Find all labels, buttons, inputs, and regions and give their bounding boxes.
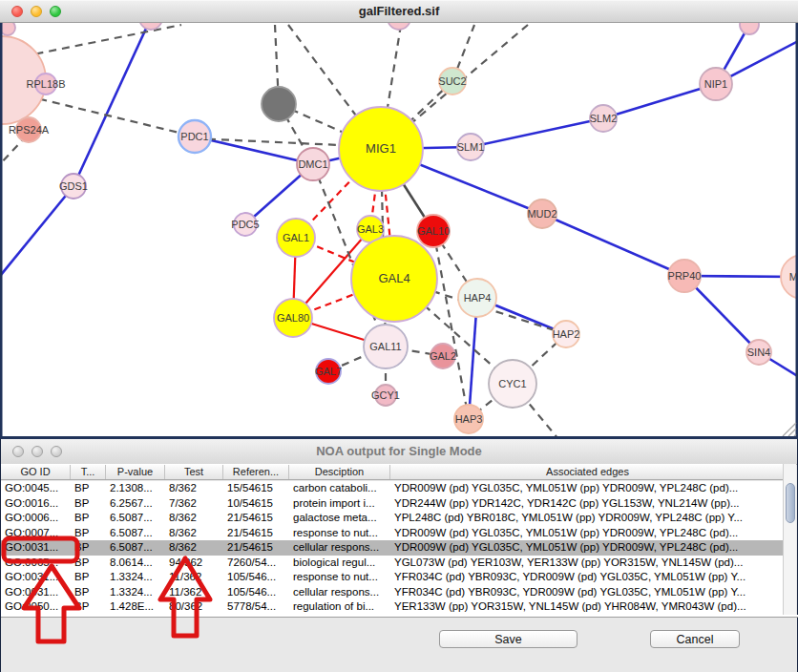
- column-header-desciption[interactable]: Desciption: [289, 465, 390, 479]
- table-cell[interactable]: YDR009W (pd) YGL035C, YML051W (pp) YDR00…: [390, 540, 786, 556]
- table-cell[interactable]: 1.3324...: [106, 585, 165, 600]
- table-cell[interactable]: 10/54615: [223, 496, 289, 512]
- table-cell[interactable]: 1.3324...: [106, 570, 165, 585]
- results-table-header: GO IDT...P-valueTestReferen...Desciption…: [1, 464, 786, 480]
- table-cell[interactable]: protein import i...: [289, 496, 390, 512]
- table-cell[interactable]: BP: [71, 540, 106, 556]
- table-cell[interactable]: BP: [71, 556, 106, 571]
- save-button[interactable]: Save: [439, 630, 578, 648]
- network-node-top-pink-4[interactable]: [740, 23, 759, 34]
- column-header-p-value[interactable]: P-value: [106, 465, 165, 479]
- table-cell[interactable]: carbon cataboli...: [289, 481, 390, 496]
- table-cell[interactable]: 80/362: [165, 599, 223, 615]
- table-cell[interactable]: YDR009W (pd) YGL035C, YML051W (pp) YDR00…: [390, 526, 786, 541]
- node-label-MIG1: MIG1: [366, 141, 396, 156]
- table-cell[interactable]: BP: [71, 585, 106, 600]
- table-cell[interactable]: YGL073W (pd) YER103W, YER133W (pp) YOR31…: [390, 556, 786, 571]
- table-cell[interactable]: response to nut...: [289, 526, 390, 541]
- table-cell[interactable]: YDR009W (pd) YGL035C, YML051W (pp) YDR00…: [390, 481, 786, 496]
- column-header-t-[interactable]: T...: [71, 465, 106, 479]
- resize-grip-icon[interactable]: [783, 423, 796, 436]
- node-label-GAL1: GAL1: [283, 232, 309, 243]
- table-cell[interactable]: YDR244W (pp) YDR142C, YDR142C (pp) YGL15…: [390, 496, 786, 512]
- table-cell[interactable]: biological regul...: [289, 556, 390, 571]
- table-row[interactable]: GO:0016...BP6.2567...7/36210/54615protei…: [1, 496, 786, 512]
- table-cell[interactable]: 6.2567...: [106, 496, 165, 512]
- table-cell[interactable]: 105/546...: [223, 585, 289, 600]
- table-cell[interactable]: BP: [71, 481, 106, 496]
- table-cell[interactable]: 6.5087...: [106, 511, 165, 526]
- table-cell[interactable]: cellular respons...: [289, 585, 390, 600]
- network-window: galFiltered.sif RPL18BRPS24AGDS1PDC1DMC1…: [0, 0, 798, 435]
- table-cell[interactable]: BP: [71, 570, 106, 585]
- table-row[interactable]: GO:0031...BP1.3324...11/362105/546...cel…: [1, 585, 786, 600]
- table-cell[interactable]: regulation of bi...: [289, 599, 390, 615]
- network-edge-blue[interactable]: [603, 84, 716, 118]
- network-edge-blue[interactable]: [471, 118, 603, 147]
- table-cell[interactable]: YFR034C (pd) YBR093C, YDR009W (pd) YGL03…: [390, 585, 786, 600]
- node-label-MUD2: MUD2: [527, 208, 556, 220]
- table-cell[interactable]: 11/362: [165, 585, 223, 600]
- table-cell[interactable]: GO:0031...: [1, 570, 71, 585]
- table-cell[interactable]: 8/362: [165, 526, 223, 541]
- table-cell[interactable]: cellular respons...: [289, 540, 390, 556]
- network-edge-blue[interactable]: [74, 23, 151, 186]
- table-cell[interactable]: GO:0007...: [1, 526, 71, 541]
- table-cell[interactable]: GO:0031...: [1, 540, 71, 556]
- network-edge-blue[interactable]: [0, 186, 74, 281]
- table-cell[interactable]: YPL248C (pd) YBR018C, YML051W (pp) YDR00…: [390, 511, 786, 526]
- cancel-button[interactable]: Cancel: [650, 630, 740, 648]
- table-cell[interactable]: 6.5087...: [106, 540, 165, 556]
- table-cell[interactable]: 15/54615: [223, 481, 289, 496]
- table-cell[interactable]: BP: [71, 599, 106, 615]
- network-canvas[interactable]: RPL18BRPS24AGDS1PDC1DMC1MIG1PDC5GAL1GAL3…: [0, 23, 798, 436]
- table-row[interactable]: GO:0050...BP1.428E...80/3625778/54...reg…: [1, 599, 786, 615]
- column-header-test[interactable]: Test: [165, 465, 223, 479]
- table-cell[interactable]: 6.5087...: [106, 526, 165, 541]
- table-cell[interactable]: 11/362: [165, 570, 223, 585]
- table-row[interactable]: GO:0031...BP1.3324...11/362105/546...res…: [1, 570, 786, 585]
- table-cell[interactable]: GO:0016...: [1, 496, 71, 512]
- table-row[interactable]: GO:0031...BP6.5087...8/36221/54615cellul…: [1, 540, 786, 556]
- table-cell[interactable]: 5778/54...: [223, 599, 289, 615]
- table-cell[interactable]: 8/362: [165, 511, 223, 526]
- table-cell[interactable]: BP: [71, 526, 106, 541]
- table-cell[interactable]: 7260/54...: [223, 556, 289, 571]
- scrollbar-thumb[interactable]: [786, 483, 795, 523]
- table-cell[interactable]: 94/362: [165, 556, 223, 571]
- column-header-referen-[interactable]: Referen...: [223, 465, 289, 479]
- table-row[interactable]: GO:0007...BP6.5087...8/36221/54615respon…: [1, 526, 786, 541]
- table-cell[interactable]: 105/546...: [223, 570, 289, 585]
- column-header-go-id[interactable]: GO ID: [1, 465, 71, 479]
- table-cell[interactable]: GO:0031...: [1, 585, 71, 600]
- column-header-associated-edges[interactable]: Associated edges: [390, 465, 786, 479]
- table-cell[interactable]: galactose meta...: [289, 511, 390, 526]
- table-cell[interactable]: 8/362: [165, 481, 223, 496]
- table-row[interactable]: GO:0065...BP8.0614...94/3627260/54...bio…: [1, 556, 786, 571]
- table-cell[interactable]: GO:0050...: [1, 599, 71, 615]
- table-cell[interactable]: 21/54615: [223, 511, 289, 526]
- network-node-gray-node[interactable]: [262, 87, 296, 121]
- node-label-NIP1: NIP1: [704, 78, 727, 90]
- network-edge-blue[interactable]: [542, 214, 684, 276]
- table-cell[interactable]: GO:0065...: [1, 556, 71, 571]
- table-cell[interactable]: 1.428E...: [106, 599, 165, 615]
- table-cell[interactable]: YER133W (pp) YOR315W, YNL145W (pd) YHR08…: [390, 599, 786, 615]
- node-label-SLM2: SLM2: [590, 113, 618, 124]
- table-cell[interactable]: BP: [71, 511, 106, 526]
- table-cell[interactable]: 8/362: [165, 540, 223, 556]
- table-cell[interactable]: 21/54615: [223, 526, 289, 541]
- table-scrollbar[interactable]: [783, 464, 796, 615]
- table-cell[interactable]: 2.1308...: [106, 481, 165, 496]
- table-cell[interactable]: GO:0045...: [1, 481, 71, 496]
- table-cell[interactable]: YFR034C (pd) YBR093C, YDR009W (pd) YGL03…: [390, 570, 786, 585]
- table-row[interactable]: GO:0006...BP6.5087...8/36221/54615galact…: [1, 511, 786, 526]
- table-cell[interactable]: BP: [71, 496, 106, 512]
- table-cell[interactable]: 7/362: [165, 496, 223, 512]
- network-node-top-pink-3[interactable]: [388, 23, 410, 30]
- table-cell[interactable]: GO:0006...: [1, 511, 71, 526]
- table-cell[interactable]: response to nut...: [289, 570, 390, 585]
- table-cell[interactable]: 8.0614...: [106, 556, 165, 571]
- table-row[interactable]: GO:0045...BP2.1308...8/36215/54615carbon…: [1, 481, 786, 496]
- table-cell[interactable]: 21/54615: [223, 540, 289, 556]
